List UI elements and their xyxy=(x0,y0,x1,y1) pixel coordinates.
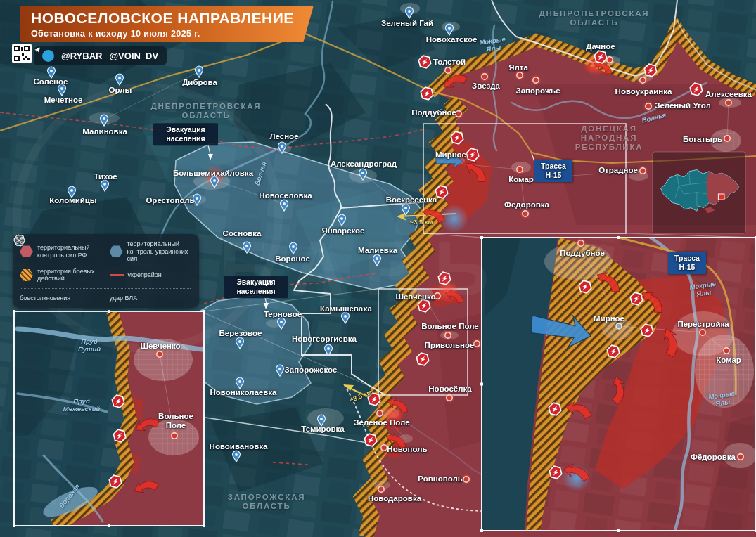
settlement-dot-icon xyxy=(724,98,733,108)
inset-frame-handle xyxy=(203,418,205,420)
settlement-dot-icon xyxy=(461,474,471,484)
qr-pattern-icon xyxy=(12,44,32,63)
ukraine-minimap xyxy=(653,152,745,233)
settlement-dot-icon xyxy=(480,72,489,82)
uav-strike-icon xyxy=(13,234,26,247)
inset-frame-handle xyxy=(203,310,205,313)
legend-item-ua-control: территориальный контроль украинских сил xyxy=(110,240,193,263)
settlement-dot-icon xyxy=(433,291,442,301)
legend-item-fortified-line: укрепрайон xyxy=(110,268,193,283)
legend-item-uav-strike: удар БЛА xyxy=(110,295,193,302)
inset-bottom-left xyxy=(14,311,204,526)
social-handles: @RYBAR @VOIN_DV xyxy=(34,46,167,65)
settlement-dot-icon xyxy=(698,328,707,337)
settlement-dot-icon xyxy=(444,393,454,403)
inset-frame-handle xyxy=(203,524,205,527)
legend-separator xyxy=(21,288,191,289)
telegram-icon xyxy=(42,50,54,62)
settlement-dot-icon xyxy=(722,346,731,356)
title-banner: НОВОСЕЛОВСКОЕ НАПРАВЛЕНИЕ Обстановка к и… xyxy=(20,6,314,42)
settlement-dot-icon xyxy=(520,209,530,219)
inset-frame-handle xyxy=(480,529,483,532)
inset-frame-handle xyxy=(13,418,15,420)
map-subtitle: Обстановка к исходу 10 июля 2025 г. xyxy=(31,29,302,39)
settlement-dot-icon xyxy=(443,330,453,340)
inset-frame-handle xyxy=(13,310,15,313)
uav-strike-icon xyxy=(440,205,468,233)
legend-item-clashes: боестолкновения xyxy=(20,295,103,302)
settlement-dot-icon xyxy=(376,484,386,494)
inset-frame-handle xyxy=(108,524,110,527)
settlement-dot-icon xyxy=(454,109,463,119)
inset-frame-handle xyxy=(480,383,483,386)
settlement-dot-icon xyxy=(616,323,622,329)
handle-voin-dv: @VOIN_DV xyxy=(109,51,158,61)
inset-frame-handle xyxy=(13,524,15,527)
settlement-dot-icon xyxy=(443,65,453,75)
war-map-screenshot: РЫБАРЬ СоленоеМечетноеОрлыДиброваМалинов… xyxy=(0,0,756,537)
handle-rybar: @RYBAR xyxy=(61,51,102,61)
settlement-dot-icon xyxy=(531,75,541,85)
inset-frame-handle xyxy=(617,529,620,532)
settlement-dot-icon xyxy=(472,339,482,349)
inset-frame-handle xyxy=(480,236,483,239)
settlement-dot-icon xyxy=(638,75,648,85)
settlement-dot-icon xyxy=(155,349,165,359)
rf-territory-icon xyxy=(20,245,33,257)
legend: территориальный контроль сил РФ территор… xyxy=(13,234,199,308)
fortified-line-icon xyxy=(110,274,124,276)
qr-code xyxy=(12,44,32,63)
legend-item-combat-zone: территория боевых действий xyxy=(20,268,103,283)
settlement-dot-icon xyxy=(515,164,525,174)
inset-frame-handle xyxy=(617,236,620,239)
settlement-dot-icon xyxy=(515,70,525,80)
inset-frame-handle xyxy=(108,310,110,313)
legend-item-rf-control: территориальный контроль сил РФ xyxy=(20,240,103,263)
settlement-dot-icon xyxy=(643,101,653,111)
combat-zone-icon xyxy=(20,269,33,281)
map-title: НОВОСЕЛОВСКОЕ НАПРАВЛЕНИЕ xyxy=(31,10,302,27)
settlement-dot-icon xyxy=(638,166,648,176)
settlement-dot-icon xyxy=(375,408,385,418)
settlement-dot-icon xyxy=(722,134,732,143)
settlement-dot-icon xyxy=(169,431,179,441)
settlement-dot-icon xyxy=(379,443,389,453)
ua-territory-icon xyxy=(110,245,123,257)
settlement-dot-icon xyxy=(736,452,745,462)
settlement-dot-icon xyxy=(576,238,586,248)
